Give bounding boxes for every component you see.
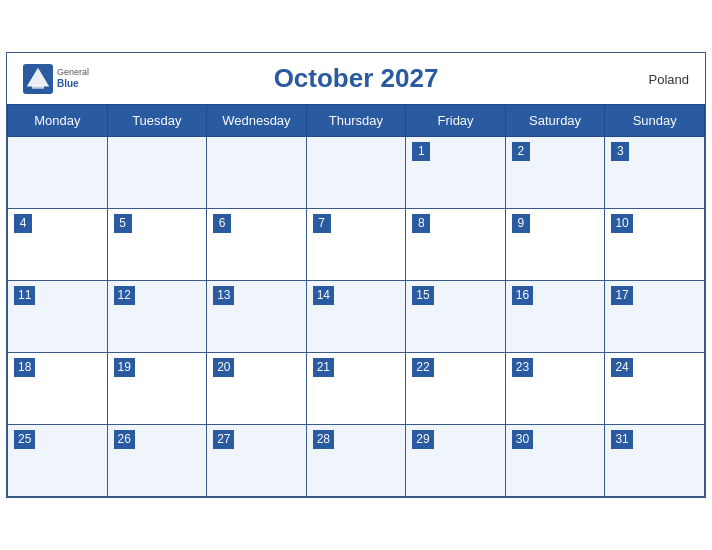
day-number: 25	[14, 430, 35, 449]
country-label: Poland	[649, 71, 689, 86]
day-cell: 2	[505, 137, 605, 209]
calendar-table: Monday Tuesday Wednesday Thursday Friday…	[7, 104, 705, 497]
generalblue-logo-icon	[23, 64, 53, 94]
day-cell: 25	[8, 425, 108, 497]
header-tuesday: Tuesday	[107, 105, 207, 137]
day-number: 18	[14, 358, 35, 377]
day-cell: 30	[505, 425, 605, 497]
day-number: 23	[512, 358, 533, 377]
day-number: 8	[412, 214, 430, 233]
day-number: 29	[412, 430, 433, 449]
header-sunday: Sunday	[605, 105, 705, 137]
day-cell: 3	[605, 137, 705, 209]
day-cell: 24	[605, 353, 705, 425]
day-number: 4	[14, 214, 32, 233]
day-cell: 19	[107, 353, 207, 425]
day-cell: 31	[605, 425, 705, 497]
day-cell: 15	[406, 281, 506, 353]
day-number: 13	[213, 286, 234, 305]
day-number: 21	[313, 358, 334, 377]
header-wednesday: Wednesday	[207, 105, 307, 137]
day-number: 16	[512, 286, 533, 305]
day-cell: 22	[406, 353, 506, 425]
day-number: 24	[611, 358, 632, 377]
header-thursday: Thursday	[306, 105, 406, 137]
day-cell	[107, 137, 207, 209]
day-number: 28	[313, 430, 334, 449]
day-number: 30	[512, 430, 533, 449]
day-cell: 27	[207, 425, 307, 497]
day-number: 1	[412, 142, 430, 161]
header-friday: Friday	[406, 105, 506, 137]
day-cell: 20	[207, 353, 307, 425]
day-number: 5	[114, 214, 132, 233]
day-cell: 12	[107, 281, 207, 353]
week-row-4: 18192021222324	[8, 353, 705, 425]
week-row-2: 45678910	[8, 209, 705, 281]
logo-text: General Blue	[57, 68, 89, 89]
day-cell	[306, 137, 406, 209]
calendar-title: October 2027	[274, 63, 439, 94]
day-number: 3	[611, 142, 629, 161]
svg-rect-2	[32, 85, 44, 89]
day-cell: 21	[306, 353, 406, 425]
day-cell	[8, 137, 108, 209]
day-cell: 18	[8, 353, 108, 425]
day-cell: 17	[605, 281, 705, 353]
header-monday: Monday	[8, 105, 108, 137]
logo-blue: Blue	[57, 78, 89, 89]
day-cell: 9	[505, 209, 605, 281]
day-cell: 26	[107, 425, 207, 497]
day-cell: 4	[8, 209, 108, 281]
day-cell: 5	[107, 209, 207, 281]
day-cell: 7	[306, 209, 406, 281]
day-cell: 10	[605, 209, 705, 281]
day-cell: 28	[306, 425, 406, 497]
week-row-5: 25262728293031	[8, 425, 705, 497]
day-number: 2	[512, 142, 530, 161]
header-saturday: Saturday	[505, 105, 605, 137]
day-number: 6	[213, 214, 231, 233]
day-cell: 1	[406, 137, 506, 209]
week-row-3: 11121314151617	[8, 281, 705, 353]
day-number: 20	[213, 358, 234, 377]
day-cell: 16	[505, 281, 605, 353]
day-cell: 29	[406, 425, 506, 497]
calendar-header: General Blue October 2027 Poland	[7, 53, 705, 104]
day-number: 31	[611, 430, 632, 449]
day-number: 12	[114, 286, 135, 305]
day-number: 9	[512, 214, 530, 233]
day-number: 11	[14, 286, 35, 305]
day-cell: 13	[207, 281, 307, 353]
week-row-1: 123	[8, 137, 705, 209]
day-number: 19	[114, 358, 135, 377]
day-number: 26	[114, 430, 135, 449]
day-number: 10	[611, 214, 632, 233]
calendar-container: General Blue October 2027 Poland Monday …	[6, 52, 706, 498]
day-cell: 11	[8, 281, 108, 353]
day-number: 27	[213, 430, 234, 449]
day-cell: 14	[306, 281, 406, 353]
day-number: 17	[611, 286, 632, 305]
day-number: 22	[412, 358, 433, 377]
day-cell	[207, 137, 307, 209]
logo-area: General Blue	[23, 64, 89, 94]
day-number: 15	[412, 286, 433, 305]
logo-general: General	[57, 68, 89, 78]
day-cell: 6	[207, 209, 307, 281]
day-number: 14	[313, 286, 334, 305]
day-number: 7	[313, 214, 331, 233]
day-cell: 23	[505, 353, 605, 425]
day-cell: 8	[406, 209, 506, 281]
days-header-row: Monday Tuesday Wednesday Thursday Friday…	[8, 105, 705, 137]
